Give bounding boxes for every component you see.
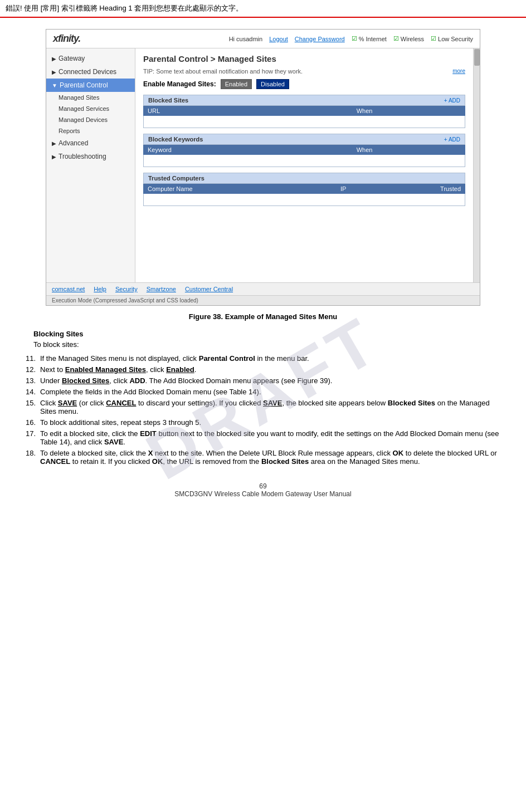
bold-blocked-sites: Blocked Sites	[62, 376, 109, 385]
sidebar-item-parental-control[interactable]: ▼ Parental Control	[46, 79, 135, 92]
top-error-bar: 錯誤! 使用 [常用] 索引標籤將 Heading 1 套用到您想要在此處顯示的…	[0, 0, 526, 18]
sidebar-item-advanced[interactable]: ▶ Advanced	[46, 136, 135, 150]
list-item: 14. Complete the fields in the Add Block…	[22, 388, 504, 396]
sidebar-subitem-managed-devices[interactable]: Managed Devices	[46, 114, 135, 125]
step-content: Complete the fields in the Add Blocked D…	[40, 388, 504, 396]
enabled-button[interactable]: Enabled	[221, 79, 252, 89]
blocked-sites-section: Blocked Sites + ADD URL When	[143, 95, 465, 128]
scrollbar-track[interactable]	[473, 48, 480, 282]
sidebar-item-advanced-label: Advanced	[59, 139, 88, 147]
content-area: Parental Control > Managed Sites TIP: So…	[135, 48, 473, 282]
blocked-sites-header: Blocked Sites + ADD	[143, 95, 465, 106]
blocked-keywords-title: Blocked Keywords	[148, 136, 203, 143]
trusted-computers-section: Trusted Computers Computer Name IP Trust…	[143, 173, 465, 206]
bold-save-15: SAVE	[58, 399, 77, 407]
trusted-computers-table-header: Computer Name IP Trusted	[143, 184, 465, 194]
step-content: To edit a blocked site, click the EDIT b…	[40, 429, 504, 446]
arrow-icon-parental: ▼	[52, 82, 57, 89]
disabled-button[interactable]: Disabled	[256, 79, 289, 89]
managed-sites-label: Managed Sites	[59, 94, 99, 101]
sidebar-subitem-reports[interactable]: Reports	[46, 125, 135, 136]
blocked-sites-add-button[interactable]: + ADD	[444, 97, 460, 104]
page-footer: 69 SMCD3GNV Wireless Cable Modem Gateway…	[22, 482, 504, 509]
bold-ok: OK	[393, 449, 404, 457]
arrow-icon-advanced: ▶	[52, 140, 56, 146]
bold-parental-control: Parental Control	[199, 354, 255, 363]
screenshot-container: xfinity. Hi cusadmin Logout Change Passw…	[46, 29, 480, 306]
product-name: SMCD3GNV Wireless Cable Modem Gateway Us…	[22, 490, 504, 498]
arrow-icon-troubleshooting: ▶	[52, 154, 56, 160]
step-num: 11.	[22, 354, 40, 363]
bold-ok2: OK	[152, 457, 163, 466]
col-keyword-header: Keyword	[148, 146, 357, 153]
list-item: 17. To edit a blocked site, click the ED…	[22, 429, 504, 446]
step-content: Under Blocked Sites, click ADD. The Add …	[40, 376, 504, 385]
bold-cancel-15: CANCEL	[106, 399, 136, 407]
trusted-computers-header: Trusted Computers	[143, 173, 465, 184]
footer-link-comcast[interactable]: comcast.net	[52, 286, 85, 292]
tip-text: TIP: Some text about email notification …	[143, 68, 303, 75]
col-ip-header: IP	[304, 185, 383, 192]
list-item: 15. Click SAVE (or click CANCEL to disca…	[22, 399, 504, 415]
bold-enabled-managed-sites: Enabled Managed Sites	[65, 365, 146, 374]
bold-save2-15: SAVE	[263, 399, 282, 407]
step-content: To block additional sites, repeat steps …	[40, 418, 504, 427]
blocked-keywords-table-header: Keyword When	[143, 145, 465, 155]
sidebar-item-gateway[interactable]: ▶ Gateway	[46, 52, 135, 65]
sidebar: ▶ Gateway ▶ Connected Devices ▼ Parental…	[46, 48, 135, 282]
header-right: Hi cusadmin Logout Change Password ☑ % I…	[229, 35, 473, 42]
logout-link[interactable]: Logout	[269, 36, 288, 42]
blocked-sites-table-header: URL When	[143, 106, 465, 116]
col-keyword-when-header: When	[357, 146, 461, 153]
bold-add: ADD	[129, 376, 145, 385]
sidebar-item-gateway-label: Gateway	[59, 55, 85, 62]
sidebar-item-connected-label: Connected Devices	[59, 68, 116, 76]
enable-label: Enable Managed Sites:	[143, 80, 216, 88]
bold-blocked-sites-15: Blocked Sites	[388, 399, 435, 407]
footer-link-help[interactable]: Help	[94, 286, 106, 292]
step-content: If the Managed Sites menu is not display…	[40, 354, 504, 363]
change-password-link[interactable]: Change Password	[295, 36, 345, 42]
scrollbar-thumb	[474, 49, 480, 66]
step-num: 13.	[22, 376, 40, 385]
col-when-header: When	[357, 107, 461, 114]
step-num: 12.	[22, 365, 40, 374]
footer-link-smartzone[interactable]: Smartzone	[147, 286, 176, 292]
user-info: Hi cusadmin	[229, 36, 263, 42]
bold-cancel-18: CANCEL	[40, 457, 70, 466]
footer-link-customer-central[interactable]: Customer Central	[185, 286, 233, 292]
sidebar-item-troubleshooting[interactable]: ▶ Troubleshooting	[46, 150, 135, 163]
sidebar-item-connected-devices[interactable]: ▶ Connected Devices	[46, 65, 135, 79]
content-layout-inner: Parental Control > Managed Sites TIP: So…	[135, 48, 480, 282]
step-content: To delete a blocked site, click the X ne…	[40, 449, 504, 466]
enable-managed-sites-row: Enable Managed Sites: Enabled Disabled	[143, 79, 465, 89]
check-icon-internet: ☑	[352, 35, 357, 42]
steps-list: 11. If the Managed Sites menu is not dis…	[22, 354, 504, 466]
main-layout: ▶ Gateway ▶ Connected Devices ▼ Parental…	[46, 48, 480, 282]
sidebar-subitem-managed-sites[interactable]: Managed Sites	[46, 92, 135, 103]
blocked-keywords-header: Blocked Keywords + ADD	[143, 134, 465, 145]
step-num: 16.	[22, 418, 40, 427]
blocking-sites-section: Blocking Sites To block sites:	[22, 330, 504, 349]
status-internet: ☑ % Internet	[352, 35, 387, 42]
list-item: 13. Under Blocked Sites, click ADD. The …	[22, 376, 504, 385]
error-text: 錯誤! 使用 [常用] 索引標籤將 Heading 1 套用到您想要在此處顯示的…	[6, 4, 243, 12]
blocked-keywords-add-button[interactable]: + ADD	[444, 136, 460, 143]
arrow-icon-gateway: ▶	[52, 56, 56, 62]
trusted-computers-table-body	[143, 194, 465, 206]
bold-blocked-sites-18: Blocked Sites	[261, 457, 309, 466]
bold-save-17: SAVE	[104, 438, 123, 446]
managed-services-label: Managed Services	[59, 105, 109, 112]
col-computer-name-header: Computer Name	[148, 185, 304, 192]
step-num: 17.	[22, 429, 40, 446]
sidebar-subitem-managed-services[interactable]: Managed Services	[46, 103, 135, 114]
list-item: 18. To delete a blocked site, click the …	[22, 449, 504, 466]
bold-edit: EDIT	[140, 429, 157, 438]
footer-link-security[interactable]: Security	[115, 286, 138, 292]
status-wireless: ☑ Wireless	[393, 35, 424, 42]
screenshot-footer: comcast.net Help Security Smartzone Cust…	[46, 282, 480, 295]
trusted-computers-title: Trusted Computers	[148, 175, 204, 182]
tip-more-link[interactable]: more	[452, 68, 465, 74]
managed-devices-label: Managed Devices	[59, 116, 108, 123]
sidebar-item-parental-label: Parental Control	[60, 81, 108, 89]
